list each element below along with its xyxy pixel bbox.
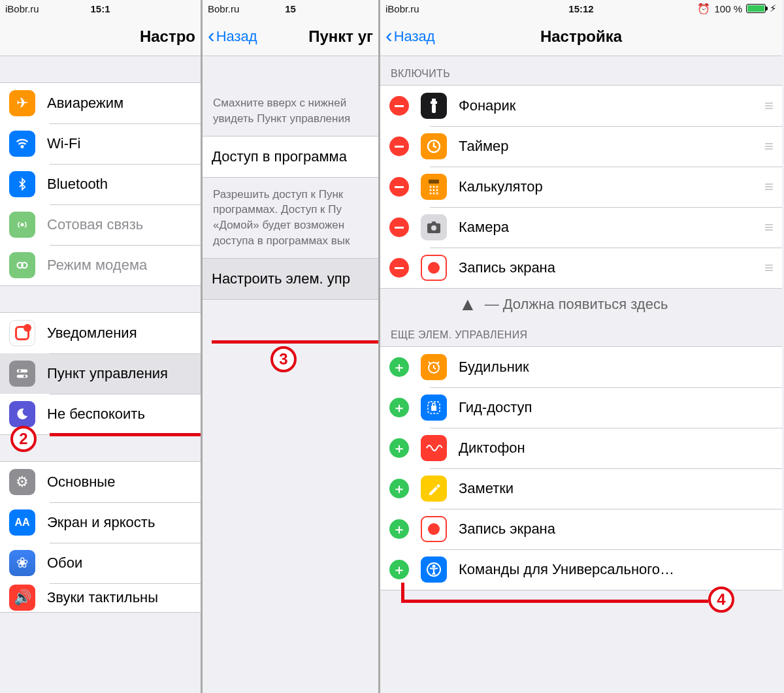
settings-group-general: ⚙ Основные AA Экран и яркость ❀ Обои 🔊 З… xyxy=(0,461,201,613)
more-list: ＋ Будильник ＋ Гид-доступ ＋ Диктофон ＋ За… xyxy=(380,346,782,590)
row-display[interactable]: AA Экран и яркость xyxy=(0,502,201,543)
row-label: Уведомления xyxy=(47,325,137,342)
row-guided-access[interactable]: ＋ Гид-доступ xyxy=(380,387,782,428)
row-label: Режим модема xyxy=(47,257,147,274)
row-calculator[interactable]: Калькулятор ≡ xyxy=(380,167,782,207)
add-button[interactable]: ＋ xyxy=(389,479,409,498)
row-wallpaper[interactable]: ❀ Обои xyxy=(0,543,201,583)
step-badge-3: 3 xyxy=(270,346,297,372)
notes-icon xyxy=(421,475,447,502)
row-flashlight[interactable]: Фонарик ≡ xyxy=(380,86,782,126)
row-hotspot[interactable]: Режим модема xyxy=(0,245,201,285)
dnd-icon xyxy=(9,401,35,427)
row-label: Камера xyxy=(459,219,509,236)
add-button[interactable]: ＋ xyxy=(389,398,409,417)
row-label: Экран и яркость xyxy=(47,514,155,531)
control-center-icon xyxy=(9,361,35,387)
hotspot-icon xyxy=(9,252,35,278)
row-control-center[interactable]: Пункт управления xyxy=(0,353,201,394)
svg-point-21 xyxy=(433,193,435,195)
row-accessibility-shortcuts[interactable]: ＋ Команды для Универсального… xyxy=(380,549,782,590)
row-screen-record-included[interactable]: Запись экрана ≡ xyxy=(380,248,782,288)
remove-button[interactable] xyxy=(389,177,409,197)
carrier-label: iBobr.ru xyxy=(5,3,39,14)
sounds-icon: 🔊 xyxy=(9,585,35,611)
notifications-icon xyxy=(9,320,35,346)
back-label: Назад xyxy=(216,28,257,45)
row-label: Запись экрана xyxy=(459,259,555,276)
status-bar: iBobr.ru 15:1 xyxy=(0,0,201,17)
drag-handle-icon[interactable]: ≡ xyxy=(764,178,773,196)
row-label: Настроить элем. упр xyxy=(212,270,350,287)
row-customize-controls[interactable]: Настроить элем. упр xyxy=(203,259,378,299)
row-label: Заметки xyxy=(459,480,514,497)
row-label: Запись экрана xyxy=(459,521,555,538)
svg-rect-13 xyxy=(429,180,439,184)
svg-point-7 xyxy=(24,375,26,378)
row-label: Обои xyxy=(47,555,82,572)
row-label: Звуки тактильны xyxy=(47,589,158,606)
add-button[interactable]: ＋ xyxy=(389,519,409,539)
drag-handle-icon[interactable]: ≡ xyxy=(764,218,773,236)
svg-point-19 xyxy=(436,189,438,191)
svg-point-1 xyxy=(21,223,23,225)
wifi-icon xyxy=(9,131,35,157)
svg-rect-8 xyxy=(432,99,436,101)
svg-rect-9 xyxy=(431,101,437,104)
row-bluetooth[interactable]: Bluetooth xyxy=(0,164,201,204)
airplane-icon: ✈ xyxy=(9,90,35,116)
row-notes[interactable]: ＋ Заметки xyxy=(380,468,782,509)
voice-memos-icon xyxy=(421,435,447,461)
remove-button[interactable] xyxy=(389,96,409,116)
svg-point-22 xyxy=(436,193,438,195)
svg-point-16 xyxy=(436,186,438,188)
wallpaper-icon: ❀ xyxy=(9,550,35,576)
row-label: Фонарик xyxy=(459,97,516,114)
row-screen-record-more[interactable]: ＋ Запись экрана xyxy=(380,509,782,549)
row-wifi[interactable]: Wi-Fi xyxy=(0,123,201,164)
time-label: 15:1 xyxy=(90,3,110,14)
screen-settings-root: iBobr.ru 15:1 Настро ✈ Авиарежим Wi-Fi B… xyxy=(0,0,203,693)
row-label: Wi-Fi xyxy=(47,135,80,152)
nav-bar: ‹Назад Пункт уг xyxy=(203,17,378,56)
remove-button[interactable] xyxy=(389,137,409,156)
svg-point-0 xyxy=(22,146,24,148)
row-camera[interactable]: Камера ≡ xyxy=(380,207,782,248)
row-alarm[interactable]: ＋ Будильник xyxy=(380,347,782,387)
battery-icon xyxy=(746,4,766,13)
row-label: Калькулятор xyxy=(459,178,543,195)
back-button[interactable]: ‹Назад xyxy=(208,27,257,46)
drag-handle-icon[interactable]: ≡ xyxy=(764,259,773,277)
row-timer[interactable]: Таймер ≡ xyxy=(380,126,782,167)
add-button[interactable]: ＋ xyxy=(389,357,409,377)
back-button[interactable]: ‹Назад xyxy=(385,27,435,46)
add-button[interactable]: ＋ xyxy=(389,438,409,458)
flashlight-icon xyxy=(421,93,447,119)
row-sounds[interactable]: 🔊 Звуки тактильны xyxy=(0,583,201,612)
drag-handle-icon[interactable]: ≡ xyxy=(764,137,773,155)
add-button[interactable]: ＋ xyxy=(389,560,409,579)
help-text-swipe: Смахните вверх с нижней увидеть Пункт уп… xyxy=(203,56,378,136)
row-notifications[interactable]: Уведомления xyxy=(0,313,201,353)
row-cellular[interactable]: Сотовая связь xyxy=(0,204,201,245)
row-label: Сотовая связь xyxy=(47,216,143,233)
section-header-more: ЕЩЕ ЭЛЕМ. УПРАВЛЕНИЯ xyxy=(380,317,782,346)
carrier-label: iBobr.ru xyxy=(385,3,419,14)
row-airplane-mode[interactable]: ✈ Авиарежим xyxy=(0,83,201,123)
row-label: Не беспокоить xyxy=(47,406,145,423)
settings-group-notifications: Уведомления Пункт управления Не беспокои… xyxy=(0,312,201,435)
remove-button[interactable] xyxy=(389,218,409,237)
help-text-access: Разрешить доступ к Пунк программах. Дост… xyxy=(203,178,378,258)
include-list: Фонарик ≡ Таймер ≡ Калькулятор ≡ Камера … xyxy=(380,85,782,289)
screen-record-icon xyxy=(421,516,447,542)
drag-handle-icon[interactable]: ≡ xyxy=(764,97,773,115)
svg-rect-26 xyxy=(431,406,436,411)
row-general[interactable]: ⚙ Основные xyxy=(0,462,201,502)
back-label: Назад xyxy=(394,28,435,45)
row-label: Будильник xyxy=(459,359,529,376)
row-voice-memos[interactable]: ＋ Диктофон xyxy=(380,428,782,468)
row-access-in-apps[interactable]: Доступ в программа xyxy=(203,137,378,177)
step-badge-4: 4 xyxy=(708,587,734,613)
remove-button[interactable] xyxy=(389,258,409,278)
svg-point-18 xyxy=(433,189,435,191)
